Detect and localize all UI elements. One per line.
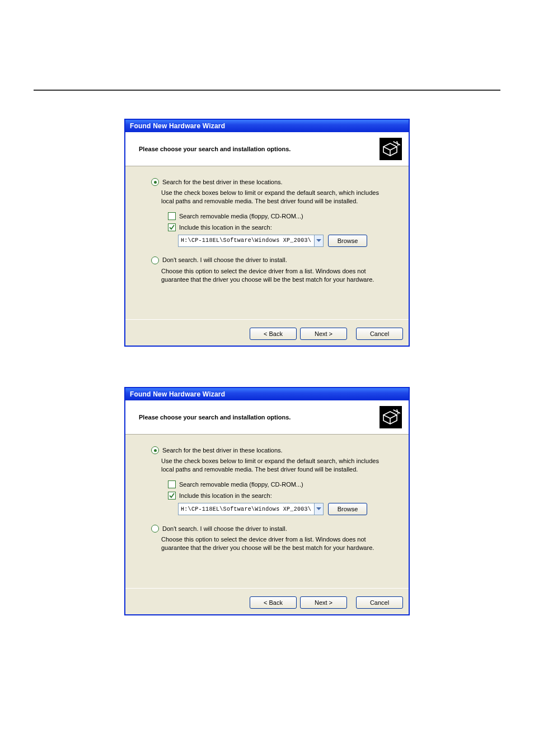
checkbox-icon [168, 480, 176, 488]
dialog-subtitle: Please choose your search and installati… [132, 414, 291, 421]
browse-button[interactable]: Browse [328, 235, 367, 247]
wizard-icon [380, 138, 402, 160]
dialog-footer: < Back Next > Cancel [125, 588, 409, 614]
dialog-header: Please choose your search and installati… [125, 132, 409, 166]
back-button[interactable]: < Back [250, 328, 297, 340]
next-button[interactable]: Next > [300, 328, 347, 340]
checkbox-removable-media[interactable]: Search removable media (floppy, CD-ROM..… [168, 480, 392, 488]
checkbox-removable-label: Search removable media (floppy, CD-ROM..… [179, 213, 303, 220]
dialog-container-2: Found New Hardware Wizard Please choose … [34, 387, 500, 615]
checkbox-removable-media[interactable]: Search removable media (floppy, CD-ROM..… [168, 212, 392, 220]
radio-dont-search[interactable]: Don't search. I will choose the driver t… [151, 256, 392, 264]
window-title: Found New Hardware Wizard [130, 390, 225, 398]
cancel-button[interactable]: Cancel [356, 596, 403, 609]
radio-search-best[interactable]: Search for the best driver in these loca… [151, 446, 392, 454]
chevron-down-icon[interactable] [314, 503, 323, 515]
radio-search-label: Search for the best driver in these loca… [162, 447, 283, 454]
checkbox-include-location[interactable]: Include this location in the search: [168, 223, 392, 231]
browse-button[interactable]: Browse [328, 503, 367, 515]
path-input[interactable] [179, 506, 314, 512]
dialog-header: Please choose your search and installati… [125, 400, 409, 435]
titlebar: Found New Hardware Wizard [125, 388, 409, 400]
chevron-down-icon[interactable] [314, 235, 323, 246]
dialog-footer: < Back Next > Cancel [125, 319, 409, 346]
checkbox-include-label: Include this location in the search: [179, 224, 272, 231]
location-path-row: Browse [178, 235, 392, 247]
radio-search-best[interactable]: Search for the best driver in these loca… [151, 178, 392, 186]
hardware-wizard-dialog: Found New Hardware Wizard Please choose … [124, 387, 410, 615]
dialog-container-1: Found New Hardware Wizard Please choose … [34, 119, 500, 347]
cancel-button[interactable]: Cancel [356, 328, 403, 340]
radio-search-label: Search for the best driver in these loca… [162, 179, 283, 185]
radio-dont-search[interactable]: Don't search. I will choose the driver t… [151, 524, 392, 533]
spacer [151, 290, 392, 312]
checkbox-include-label: Include this location in the search: [179, 492, 272, 499]
dialog-body: Search for the best driver in these loca… [125, 166, 409, 319]
dialog-subtitle: Please choose your search and installati… [132, 146, 291, 152]
spacer [151, 559, 392, 581]
location-path-row: Browse [178, 503, 392, 515]
back-button[interactable]: < Back [250, 596, 297, 609]
path-combobox[interactable] [178, 235, 324, 247]
radio-icon [151, 446, 159, 454]
titlebar: Found New Hardware Wizard [125, 120, 409, 132]
search-description: Use the check boxes below to limit or ex… [161, 189, 392, 206]
window-title: Found New Hardware Wizard [130, 122, 225, 130]
checkbox-removable-label: Search removable media (floppy, CD-ROM..… [179, 481, 303, 488]
checkbox-include-location[interactable]: Include this location in the search: [168, 492, 392, 500]
search-description: Use the check boxes below to limit or ex… [161, 457, 392, 474]
radio-icon [151, 525, 159, 533]
path-combobox[interactable] [178, 503, 324, 515]
page-divider [34, 90, 500, 91]
checkbox-icon [168, 492, 176, 500]
dont-search-description: Choose this option to select the device … [161, 535, 392, 552]
dont-search-description: Choose this option to select the device … [161, 267, 392, 284]
wizard-icon [380, 406, 402, 428]
radio-icon [151, 178, 159, 186]
path-input[interactable] [179, 237, 314, 244]
checkbox-icon [168, 212, 176, 220]
radio-icon [151, 256, 159, 264]
page: Found New Hardware Wizard Please choose … [0, 0, 534, 615]
next-button[interactable]: Next > [300, 596, 347, 609]
radio-dont-label: Don't search. I will choose the driver t… [162, 525, 287, 532]
radio-dont-label: Don't search. I will choose the driver t… [162, 256, 287, 263]
hardware-wizard-dialog: Found New Hardware Wizard Please choose … [124, 119, 410, 347]
dialog-body: Search for the best driver in these loca… [125, 435, 409, 587]
checkbox-icon [168, 223, 176, 231]
